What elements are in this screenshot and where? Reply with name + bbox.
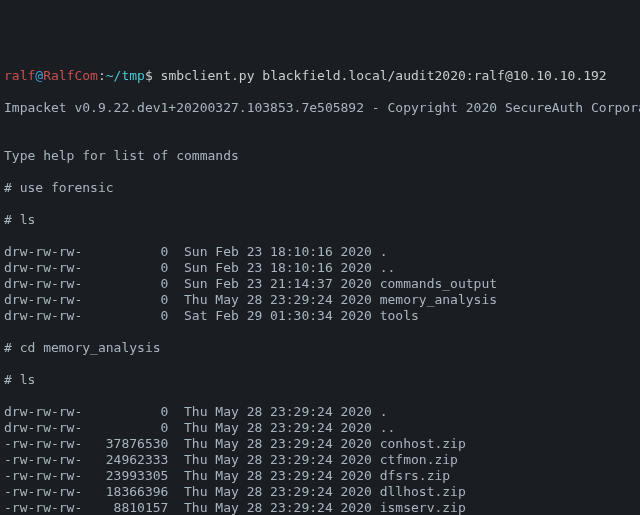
list-item: -rw-rw-rw- 37876530 Thu May 28 23:29:24 … xyxy=(4,436,636,452)
list-item: drw-rw-rw- 0 Sun Feb 23 21:14:37 2020 co… xyxy=(4,276,636,292)
list-item: drw-rw-rw- 0 Sun Feb 23 18:10:16 2020 . xyxy=(4,244,636,260)
shell-cmd-ls2: # ls xyxy=(4,372,636,388)
list-item: drw-rw-rw- 0 Sun Feb 23 18:10:16 2020 .. xyxy=(4,260,636,276)
prompt-at: @ xyxy=(35,68,43,83)
list-item: -rw-rw-rw- 18366396 Thu May 28 23:29:24 … xyxy=(4,484,636,500)
command-input[interactable]: smbclient.py blackfield.local/audit2020:… xyxy=(153,68,607,83)
list-item: -rw-rw-rw- 8810157 Thu May 28 23:29:24 2… xyxy=(4,500,636,515)
shell-prompt-line: ralf@RalfCom:~/tmp$ smbclient.py blackfi… xyxy=(4,68,636,84)
dir-listing-memory-analysis: drw-rw-rw- 0 Thu May 28 23:29:24 2020 .d… xyxy=(4,404,636,515)
dir-listing-forensic: drw-rw-rw- 0 Sun Feb 23 18:10:16 2020 .d… xyxy=(4,244,636,324)
prompt-colon: : xyxy=(98,68,106,83)
list-item: drw-rw-rw- 0 Thu May 28 23:29:24 2020 .. xyxy=(4,420,636,436)
list-item: drw-rw-rw- 0 Thu May 28 23:29:24 2020 . xyxy=(4,404,636,420)
banner-line: Impacket v0.9.22.dev1+20200327.103853.7e… xyxy=(4,100,636,116)
prompt-user: ralf xyxy=(4,68,35,83)
help-hint: Type help for list of commands xyxy=(4,148,636,164)
list-item: drw-rw-rw- 0 Sat Feb 29 01:30:34 2020 to… xyxy=(4,308,636,324)
prompt-path: ~/tmp xyxy=(106,68,145,83)
shell-cmd-use: # use forensic xyxy=(4,180,636,196)
shell-cmd-ls1: # ls xyxy=(4,212,636,228)
prompt-dollar: $ xyxy=(145,68,153,83)
list-item: -rw-rw-rw- 24962333 Thu May 28 23:29:24 … xyxy=(4,452,636,468)
list-item: drw-rw-rw- 0 Thu May 28 23:29:24 2020 me… xyxy=(4,292,636,308)
shell-cmd-cd: # cd memory_analysis xyxy=(4,340,636,356)
prompt-host: RalfCom xyxy=(43,68,98,83)
list-item: -rw-rw-rw- 23993305 Thu May 28 23:29:24 … xyxy=(4,468,636,484)
